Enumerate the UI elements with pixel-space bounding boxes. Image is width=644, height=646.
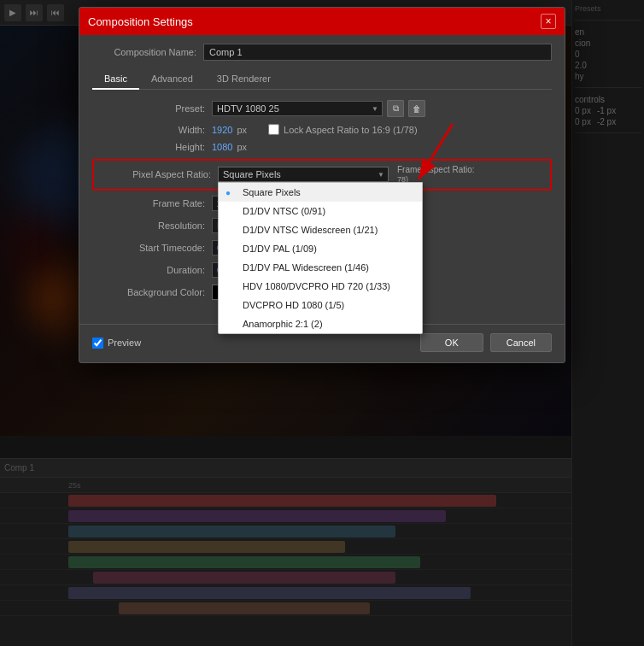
par-option-anamorphic[interactable]: Anamorphic 2:1 (2) bbox=[219, 314, 422, 333]
tab-advanced[interactable]: Advanced bbox=[139, 69, 205, 90]
preset-select-wrapper: HDTV 1080 25 bbox=[212, 101, 383, 116]
preview-label: Preview bbox=[108, 338, 141, 348]
par-option-d1-ntsc[interactable]: D1/DV NTSC (0/91) bbox=[219, 202, 422, 220]
cancel-button[interactable]: Cancel bbox=[490, 333, 552, 352]
tab-3d-renderer[interactable]: 3D Renderer bbox=[205, 69, 283, 90]
width-row: Width: 1920 px Lock Aspect Ratio to 16:9… bbox=[92, 124, 552, 135]
resolution-label: Resolution: bbox=[92, 220, 212, 231]
preset-copy-icon[interactable]: ⧉ bbox=[387, 100, 404, 117]
settings-tabs: Basic Advanced 3D Renderer bbox=[92, 69, 552, 90]
pixel-aspect-section: Pixel Aspect Ratio: Square Pixels Square… bbox=[92, 159, 552, 191]
tab-basic[interactable]: Basic bbox=[92, 69, 139, 90]
par-dropdown-container: Square Pixels Square Pixels D1/DV NTSC (… bbox=[218, 167, 389, 182]
width-controls: 1920 px Lock Aspect Ratio to 16:9 (1/78) bbox=[212, 124, 418, 135]
duration-label: Duration: bbox=[92, 265, 212, 275]
dialog-body: Composition Name: Basic Advanced 3D Rend… bbox=[79, 35, 565, 320]
par-option-d1-pal[interactable]: D1/DV PAL (1/09) bbox=[219, 239, 422, 258]
par-label: Pixel Aspect Ratio: bbox=[98, 169, 218, 179]
comp-name-input[interactable] bbox=[203, 44, 552, 61]
height-px: px bbox=[237, 142, 247, 152]
lock-aspect-row: Lock Aspect Ratio to 16:9 (1/78) bbox=[268, 124, 418, 135]
footer-buttons: OK Cancel bbox=[420, 333, 552, 352]
frame-aspect-label: Frame Aspect Ratio:78) bbox=[397, 165, 475, 184]
height-row: Height: 1080 px bbox=[92, 142, 552, 152]
preset-label: Preset: bbox=[92, 103, 212, 114]
preset-row: Preset: HDTV 1080 25 ⧉ 🗑 bbox=[92, 100, 552, 117]
bg-color-label: Background Color: bbox=[92, 287, 212, 297]
par-option-d1-ntsc-wide[interactable]: D1/DV NTSC Widescreen (1/21) bbox=[219, 220, 422, 239]
par-controls: Square Pixels Square Pixels D1/DV NTSC (… bbox=[218, 165, 475, 184]
frame-rate-label: Frame Rate: bbox=[92, 198, 212, 208]
preview-checkbox-row: Preview bbox=[92, 338, 141, 349]
width-px: px bbox=[237, 125, 247, 135]
par-option-d1-pal-wide[interactable]: D1/DV PAL Widescreen (1/46) bbox=[219, 258, 422, 277]
par-select-wrapper: Square Pixels bbox=[218, 167, 389, 182]
dialog-titlebar: Composition Settings × bbox=[79, 8, 565, 35]
height-controls: 1080 px bbox=[212, 142, 247, 152]
comp-name-label: Composition Name: bbox=[92, 47, 203, 57]
dialog-close-button[interactable]: × bbox=[541, 14, 556, 29]
start-timecode-label: Start Timecode: bbox=[92, 243, 212, 253]
preset-controls: HDTV 1080 25 ⧉ 🗑 bbox=[212, 100, 425, 117]
width-label: Width: bbox=[92, 125, 212, 135]
width-value[interactable]: 1920 bbox=[212, 125, 232, 135]
par-dropdown-menu: Square Pixels D1/DV NTSC (0/91) D1/DV NT… bbox=[218, 182, 423, 334]
lock-aspect-label: Lock Aspect Ratio to 16:9 (1/78) bbox=[284, 125, 418, 135]
par-option-hdv[interactable]: HDV 1080/DVCPRO HD 720 (1/33) bbox=[219, 277, 422, 296]
lock-aspect-checkbox[interactable] bbox=[268, 124, 279, 135]
preset-select[interactable]: HDTV 1080 25 bbox=[212, 101, 383, 116]
comp-name-row: Composition Name: bbox=[92, 44, 552, 61]
dialog-overlay: Composition Settings × Composition Name:… bbox=[0, 0, 644, 646]
height-label: Height: bbox=[92, 142, 212, 152]
preset-delete-icon[interactable]: 🗑 bbox=[408, 100, 425, 117]
par-option-dvcpro[interactable]: DVCPRO HD 1080 (1/5) bbox=[219, 296, 422, 314]
height-value[interactable]: 1080 bbox=[212, 142, 232, 152]
par-row: Pixel Aspect Ratio: Square Pixels Square… bbox=[98, 165, 546, 184]
ok-button[interactable]: OK bbox=[420, 333, 483, 352]
preview-checkbox[interactable] bbox=[92, 338, 103, 349]
par-select[interactable]: Square Pixels bbox=[218, 167, 389, 182]
composition-settings-dialog: Composition Settings × Composition Name:… bbox=[79, 7, 565, 363]
par-option-square-pixels[interactable]: Square Pixels bbox=[219, 183, 422, 202]
dialog-title: Composition Settings bbox=[88, 15, 193, 28]
